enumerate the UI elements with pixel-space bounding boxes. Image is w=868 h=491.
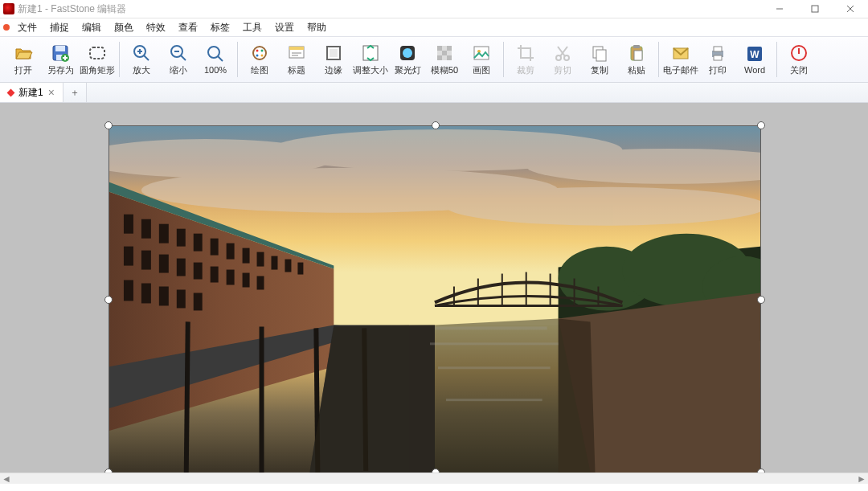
resize-handle-e[interactable]: [757, 296, 765, 304]
maximize-button[interactable]: [797, 0, 833, 18]
resize-handle-ne[interactable]: [757, 121, 765, 129]
add-tab-button[interactable]: ＋: [63, 83, 87, 102]
toolbar-label: 边缘: [325, 64, 342, 76]
toolbar-picture-button[interactable]: 画图: [463, 37, 500, 82]
menu-颜色[interactable]: 颜色: [108, 19, 140, 36]
menu-设置[interactable]: 设置: [268, 19, 301, 36]
minimize-button[interactable]: [762, 0, 797, 18]
toolbar-spotlight-button[interactable]: 聚光灯: [389, 37, 426, 82]
svg-rect-48: [634, 51, 642, 60]
toolbar-label: 模糊50: [431, 64, 458, 76]
toolbar-label: 标题: [288, 64, 305, 76]
svg-rect-71: [211, 239, 219, 256]
toolbar-draw-button[interactable]: 绘图: [241, 37, 278, 82]
toolbar-email-button[interactable]: 电子邮件: [662, 37, 699, 82]
close-window-button[interactable]: [833, 0, 868, 18]
menu-捕捉[interactable]: 捕捉: [43, 19, 76, 36]
toolbar-edge-button[interactable]: 边缘: [315, 37, 352, 82]
svg-rect-67: [141, 219, 151, 239]
svg-line-94: [186, 321, 188, 473]
svg-rect-87: [124, 280, 133, 301]
toolbar-label: 剪切: [554, 64, 571, 76]
menu-编辑[interactable]: 编辑: [76, 19, 108, 36]
resize-handle-w[interactable]: [104, 296, 113, 304]
svg-rect-70: [194, 234, 203, 252]
draw-icon: [250, 43, 269, 63]
toolbar-copy-button[interactable]: 复制: [581, 37, 618, 82]
toolbar-label: 绘图: [251, 64, 268, 76]
toolbar-label: 粘贴: [628, 64, 645, 76]
toolbar-zoom100-button[interactable]: 100%: [197, 37, 234, 82]
svg-rect-82: [194, 263, 203, 280]
toolbar-label: 调整大小: [353, 64, 388, 76]
canvas[interactable]: [108, 125, 761, 473]
toolbar-roundrect-button[interactable]: 圆角矩形: [79, 37, 116, 82]
toolbar-resize-button[interactable]: 调整大小: [352, 37, 389, 82]
svg-point-31: [403, 48, 412, 58]
svg-rect-33: [437, 46, 442, 51]
document-image[interactable]: [108, 125, 761, 473]
svg-text:W: W: [750, 49, 760, 60]
toolbar-close-button[interactable]: 关闭: [780, 37, 817, 82]
toolbar-zoomout-button[interactable]: 缩小: [160, 37, 197, 82]
svg-point-21: [256, 54, 259, 56]
svg-rect-80: [159, 255, 169, 273]
zoomin-icon: [132, 43, 151, 63]
svg-point-20: [261, 49, 264, 51]
menu-文件[interactable]: 文件: [11, 19, 43, 36]
scroll-left-icon[interactable]: ◄: [0, 473, 13, 484]
tabbar: 新建1 × ＋: [0, 83, 868, 103]
menu-标签[interactable]: 标签: [204, 19, 236, 36]
menu-特效[interactable]: 特效: [140, 19, 172, 36]
menu-帮助[interactable]: 帮助: [301, 19, 333, 36]
toolbar-print-button[interactable]: 打印: [699, 37, 736, 82]
scroll-right-icon[interactable]: ►: [855, 473, 868, 484]
roundrect-icon: [88, 43, 107, 63]
svg-rect-81: [177, 259, 186, 276]
tab-close-button[interactable]: ×: [48, 88, 55, 96]
caption-icon: [287, 43, 306, 63]
toolbar-label: 放大: [133, 64, 150, 76]
svg-rect-52: [714, 55, 722, 60]
toolbar-cut-button: 剪切: [544, 37, 581, 82]
svg-rect-28: [330, 49, 338, 57]
resize-handle-n[interactable]: [432, 121, 440, 129]
resize-handle-nw[interactable]: [104, 121, 113, 129]
toolbar-open-button[interactable]: 打开: [5, 37, 42, 82]
toolbar-label: 裁剪: [517, 64, 534, 76]
toolbar-caption-button[interactable]: 标题: [278, 37, 315, 82]
toolbar: 打开另存为圆角矩形放大缩小100%绘图标题边缘调整大小聚光灯模糊50画图裁剪剪切…: [0, 36, 868, 83]
toolbar-blur-button[interactable]: 模糊50: [426, 37, 463, 82]
toolbar-zoomin-button[interactable]: 放大: [123, 37, 160, 82]
toolbar-paste-button[interactable]: 粘贴: [618, 37, 655, 82]
menu-工具[interactable]: 工具: [236, 19, 268, 36]
svg-rect-84: [227, 270, 235, 285]
toolbar-word-button[interactable]: WWord: [736, 37, 773, 82]
saveas-icon: [51, 43, 70, 63]
svg-point-62: [446, 187, 761, 226]
svg-rect-5: [55, 46, 65, 51]
svg-rect-45: [596, 50, 606, 61]
close-icon: [789, 43, 809, 63]
toolbar-saveas-button[interactable]: 另存为: [42, 37, 79, 82]
menu-查看[interactable]: 查看: [172, 19, 204, 36]
window-title: 新建1 - FastStone 编辑器: [18, 2, 126, 16]
titlebar: 新建1 - FastStone 编辑器: [0, 0, 868, 18]
svg-rect-72: [227, 243, 235, 260]
toolbar-separator: [503, 42, 504, 77]
paste-icon: [627, 43, 646, 63]
toolbar-label: 圆角矩形: [80, 64, 115, 76]
tab-document[interactable]: 新建1 ×: [0, 83, 63, 102]
svg-rect-85: [243, 273, 250, 288]
workspace: ◄ ►: [0, 103, 868, 484]
svg-rect-34: [447, 46, 452, 51]
svg-line-10: [144, 55, 149, 60]
horizontal-scrollbar[interactable]: ◄ ►: [0, 473, 868, 484]
svg-rect-37: [447, 55, 452, 60]
svg-rect-83: [211, 267, 219, 283]
svg-point-18: [253, 47, 266, 59]
toolbar-label: 复制: [591, 64, 608, 76]
toolbar-label: 另存为: [47, 64, 74, 76]
svg-rect-79: [141, 251, 151, 270]
svg-rect-68: [159, 224, 169, 243]
